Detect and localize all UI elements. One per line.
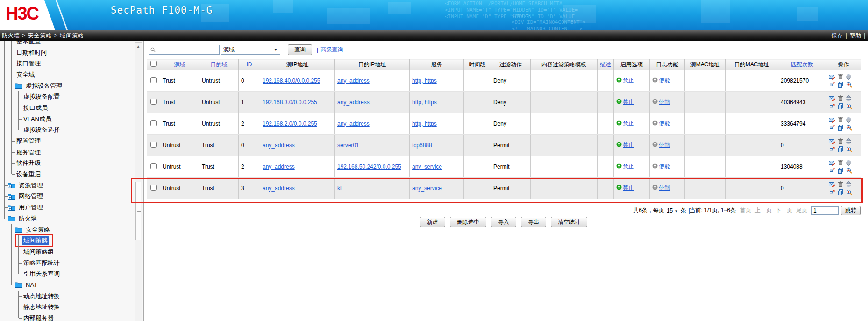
service-link[interactable]: any_service — [412, 164, 442, 170]
row-checkbox[interactable] — [150, 99, 157, 105]
create-button[interactable]: 新建 — [420, 217, 445, 227]
sidebar-item[interactable]: 安全策略 — [1, 224, 143, 235]
folder-plus-icon[interactable] — [8, 182, 16, 188]
folder-open-icon[interactable] — [15, 227, 23, 233]
dst-ip-link[interactable]: server01 — [337, 142, 359, 149]
sidebar-item[interactable]: 配置管理 — [1, 136, 143, 147]
sidebar-item[interactable]: 虚拟设备管理 — [1, 80, 143, 92]
enable-link[interactable]: 使能 — [659, 163, 670, 171]
detail-icon[interactable] — [846, 189, 852, 195]
row-checkbox[interactable] — [150, 163, 157, 169]
move-icon[interactable] — [846, 117, 852, 123]
export-button[interactable]: 导出 — [521, 217, 546, 227]
select-all-checkbox[interactable] — [150, 61, 157, 67]
clear-stats-button[interactable]: 清空统计 — [551, 217, 587, 227]
row-checkbox[interactable] — [150, 185, 157, 191]
dst-ip-link[interactable]: any_address — [337, 121, 370, 127]
edit-icon[interactable] — [829, 117, 835, 123]
sidebar-item[interactable]: 接口管理 — [1, 58, 143, 69]
search-input[interactable] — [157, 46, 218, 54]
dst-ip-link[interactable]: any_address — [337, 78, 370, 84]
insert-icon[interactable] — [829, 125, 835, 131]
service-link[interactable]: http, https — [412, 121, 437, 127]
move-icon[interactable] — [846, 138, 852, 144]
detail-icon[interactable] — [846, 168, 852, 174]
page-size-select[interactable]: 15 ▼ — [667, 207, 678, 214]
edit-icon[interactable] — [829, 160, 835, 166]
service-link[interactable]: http, https — [412, 99, 437, 106]
save-link[interactable]: 保存 — [832, 32, 843, 40]
copy-icon[interactable] — [838, 189, 844, 195]
sidebar-item[interactable]: 基本配置 — [1, 41, 143, 47]
insert-icon[interactable] — [829, 103, 835, 109]
copy-icon[interactable] — [838, 146, 844, 152]
sidebar-item[interactable]: 资源管理 — [1, 180, 143, 191]
edit-icon[interactable] — [829, 138, 835, 144]
insert-icon[interactable] — [829, 168, 835, 174]
copy-icon[interactable] — [838, 82, 844, 88]
dst-ip-link[interactable]: any_address — [337, 99, 370, 106]
col-header-dst_zone[interactable]: 目的域 — [199, 59, 239, 70]
folder-open-icon[interactable] — [15, 282, 23, 288]
sidebar-item[interactable]: 策略匹配统计 — [1, 257, 143, 269]
delete-icon[interactable] — [838, 117, 843, 123]
sidebar-item[interactable]: 静态地址转换 — [1, 302, 143, 313]
sidebar-item[interactable]: 设备重启 — [1, 169, 143, 180]
dst-ip-link[interactable]: 192.168.50.242/0.0.0.255 — [337, 164, 401, 170]
src-ip-link[interactable]: 192.168.40.0/0.0.0.255 — [263, 78, 320, 84]
import-button[interactable]: 导入 — [491, 217, 516, 227]
col-header-src_zone[interactable]: 源域 — [160, 59, 199, 70]
row-checkbox[interactable] — [150, 142, 157, 148]
dst-ip-link[interactable]: kl — [337, 185, 342, 192]
sidebar-scrollbar[interactable]: ▲ — [135, 42, 142, 321]
disable-link[interactable]: 禁止 — [623, 77, 634, 85]
sidebar-item[interactable]: 内部服务器 — [1, 313, 143, 321]
move-icon[interactable] — [846, 181, 852, 187]
sidebar-item[interactable]: 安全域 — [1, 69, 143, 80]
disable-link[interactable]: 禁止 — [623, 141, 634, 149]
enable-link[interactable]: 使能 — [659, 184, 670, 192]
page-last-link[interactable]: 尾页 — [796, 207, 807, 214]
move-icon[interactable] — [846, 95, 852, 101]
delete-icon[interactable] — [838, 74, 843, 80]
sidebar-item[interactable]: VLAN成员 — [1, 114, 143, 125]
sidebar-item[interactable]: 网络管理 — [1, 191, 143, 202]
src-ip-link[interactable]: any_address — [263, 164, 295, 170]
copy-icon[interactable] — [838, 125, 844, 131]
insert-icon[interactable] — [829, 146, 835, 152]
edit-icon[interactable] — [829, 95, 835, 101]
service-link[interactable]: tcp6888 — [412, 142, 432, 149]
sidebar-item[interactable]: 引用关系查询 — [1, 268, 143, 279]
help-link[interactable]: 帮助 — [850, 32, 861, 40]
src-ip-link[interactable]: any_address — [263, 185, 295, 192]
enable-link[interactable]: 使能 — [659, 98, 670, 106]
folder-plus-icon[interactable] — [8, 193, 16, 200]
src-ip-link[interactable]: 192.168.2.0/0.0.0.255 — [263, 121, 317, 127]
edit-icon[interactable] — [829, 181, 835, 187]
folder-open-icon[interactable] — [15, 83, 23, 89]
detail-icon[interactable] — [846, 146, 852, 152]
sidebar-item[interactable]: 用户管理 — [1, 202, 143, 213]
scrollbar-thumb[interactable] — [135, 182, 141, 240]
page-first-link[interactable]: 首页 — [740, 207, 751, 214]
copy-icon[interactable] — [838, 103, 844, 109]
sidebar-item[interactable]: 接口成员 — [1, 102, 143, 114]
service-link[interactable]: any_service — [412, 185, 442, 192]
service-link[interactable]: http, https — [412, 78, 437, 84]
sidebar-item[interactable]: 日期和时间 — [1, 47, 143, 58]
delete-icon[interactable] — [838, 95, 843, 101]
sidebar-item[interactable]: 软件升级 — [1, 158, 143, 169]
folder-plus-icon[interactable] — [8, 205, 16, 211]
folder-open-icon[interactable] — [8, 215, 16, 221]
sidebar-item[interactable]: 虚拟设备选择 — [1, 125, 143, 136]
scroll-up-icon[interactable]: ▲ — [135, 43, 141, 50]
sidebar-item[interactable]: 防火墙 — [1, 213, 143, 224]
col-header-desc[interactable]: 描述 — [598, 59, 614, 70]
sidebar-item[interactable]: 服务管理 — [1, 147, 143, 158]
jump-button[interactable]: 跳转 — [841, 206, 861, 215]
search-field-select[interactable]: 源域 ▼ — [221, 45, 280, 55]
copy-icon[interactable] — [838, 168, 844, 174]
detail-icon[interactable] — [846, 103, 852, 109]
delete-icon[interactable] — [838, 138, 843, 144]
move-icon[interactable] — [846, 74, 852, 80]
